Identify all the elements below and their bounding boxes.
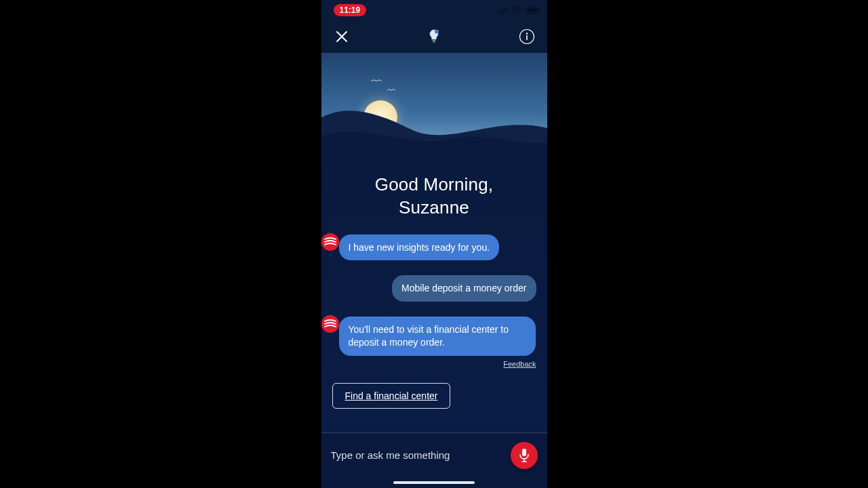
hero-landscape — [321, 53, 547, 155]
bot-message-row: I have new insights ready for you. — [321, 232, 547, 264]
home-indicator[interactable] — [393, 481, 475, 484]
action-row: Find a financial center — [321, 379, 547, 413]
info-icon — [519, 28, 535, 45]
greeting-line2: Suzanne — [332, 197, 536, 220]
bot-avatar — [321, 315, 339, 333]
stage: 11:19 — [0, 0, 868, 488]
svg-point-11 — [526, 33, 527, 34]
device-frame: 11:19 — [321, 0, 547, 488]
bank-logo-icon — [323, 319, 337, 329]
close-button[interactable] — [331, 26, 353, 47]
cellular-icon — [497, 7, 508, 14]
greeting-line1: Good Morning, — [332, 174, 536, 197]
close-icon — [335, 30, 349, 43]
battery-icon — [526, 7, 540, 14]
svg-rect-2 — [502, 9, 505, 14]
input-bar — [321, 432, 547, 488]
hills — [321, 75, 547, 155]
svg-rect-3 — [505, 7, 507, 14]
header-bar — [321, 20, 547, 53]
microphone-button[interactable] — [511, 442, 538, 469]
wifi-icon — [512, 7, 521, 14]
info-button[interactable] — [516, 26, 538, 47]
svg-rect-0 — [497, 12, 499, 14]
status-right-cluster — [497, 7, 540, 14]
bank-logo-icon — [323, 237, 337, 247]
bot-message-row: You'll need to visit a financial center … — [321, 314, 547, 359]
svg-rect-12 — [526, 35, 528, 40]
svg-rect-13 — [522, 449, 526, 456]
find-financial-center-button[interactable]: Find a financial center — [332, 383, 451, 409]
svg-rect-1 — [500, 10, 502, 14]
status-bar: 11:19 — [321, 0, 547, 20]
insights-button[interactable] — [423, 26, 445, 47]
svg-rect-6 — [538, 9, 540, 12]
svg-point-9 — [435, 30, 439, 34]
bot-message[interactable]: I have new insights ready for you. — [339, 235, 500, 261]
bot-avatar — [321, 233, 339, 251]
svg-rect-7 — [433, 40, 436, 41]
feedback-row: Feedback — [321, 359, 547, 372]
user-message: Mobile deposit a money order — [392, 275, 536, 302]
bot-message: You'll need to visit a financial center … — [339, 317, 536, 356]
user-message-row: Mobile deposit a money order — [321, 272, 547, 304]
microphone-icon — [518, 448, 530, 463]
svg-rect-8 — [433, 41, 435, 42]
recording-time-pill[interactable]: 11:19 — [334, 4, 367, 16]
feedback-link[interactable]: Feedback — [503, 360, 536, 368]
greeting: Good Morning, Suzanne — [321, 155, 547, 232]
message-input[interactable] — [331, 449, 504, 461]
chat-content: Good Morning, Suzanne I have new insight… — [321, 155, 547, 432]
svg-rect-5 — [527, 8, 537, 12]
lightbulb-icon — [427, 29, 441, 44]
